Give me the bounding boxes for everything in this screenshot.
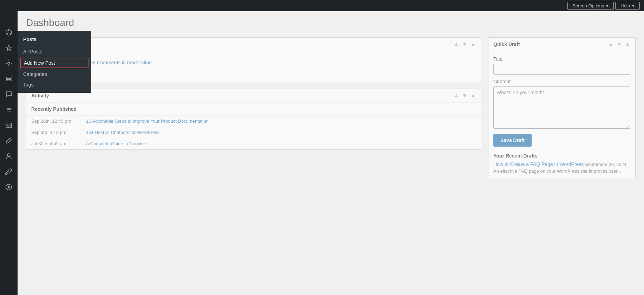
sidebar-icon-comments[interactable]	[2, 87, 16, 101]
flyout-item-categories[interactable]: Categories	[18, 69, 91, 79]
svg-point-3	[7, 33, 8, 34]
svg-point-1	[8, 30, 9, 31]
help-chevron: ▾	[632, 3, 635, 8]
posts-flyout-menu: Posts All Posts Add New Post Categories …	[18, 31, 91, 93]
help-label: Help	[620, 3, 630, 8]
svg-rect-6	[6, 78, 11, 79]
menu-overlay	[18, 11, 644, 295]
sidebar-icon-list[interactable]	[2, 103, 16, 117]
svg-rect-11	[6, 123, 12, 128]
sidebar-icon-palette[interactable]	[2, 25, 16, 39]
flyout-item-tags[interactable]: Tags	[18, 79, 91, 90]
screen-options-button[interactable]: Screen Options ▾	[567, 2, 614, 10]
svg-rect-5	[6, 77, 11, 78]
sidebar-icon-layers[interactable]	[2, 72, 16, 86]
sidebar-icon-customize[interactable]	[2, 56, 16, 70]
admin-bar-right: Screen Options ▾ Help ▾	[567, 2, 640, 10]
sidebar-icon-user[interactable]	[2, 149, 16, 163]
screen-options-label: Screen Options	[573, 3, 604, 8]
flyout-item-all-posts[interactable]: All Posts	[18, 46, 91, 57]
sidebar-icon-inbox[interactable]	[2, 118, 16, 132]
help-button[interactable]: Help ▾	[615, 2, 640, 10]
admin-bar: Screen Options ▾ Help ▾	[0, 0, 644, 11]
svg-point-12	[7, 154, 10, 156]
svg-rect-7	[6, 80, 11, 81]
sidebar	[0, 11, 18, 295]
sidebar-icon-edit[interactable]	[2, 134, 16, 148]
svg-point-4	[8, 62, 10, 64]
screen-options-chevron: ▾	[606, 3, 609, 8]
svg-point-2	[10, 33, 11, 34]
flyout-menu-title: Posts	[18, 34, 91, 46]
sidebar-icon-tools[interactable]	[2, 165, 16, 179]
svg-marker-14	[8, 186, 11, 188]
flyout-item-add-new-post[interactable]: Add New Post	[20, 58, 88, 68]
sidebar-icon-pin[interactable]	[2, 41, 16, 55]
sidebar-icon-play[interactable]	[2, 180, 16, 194]
